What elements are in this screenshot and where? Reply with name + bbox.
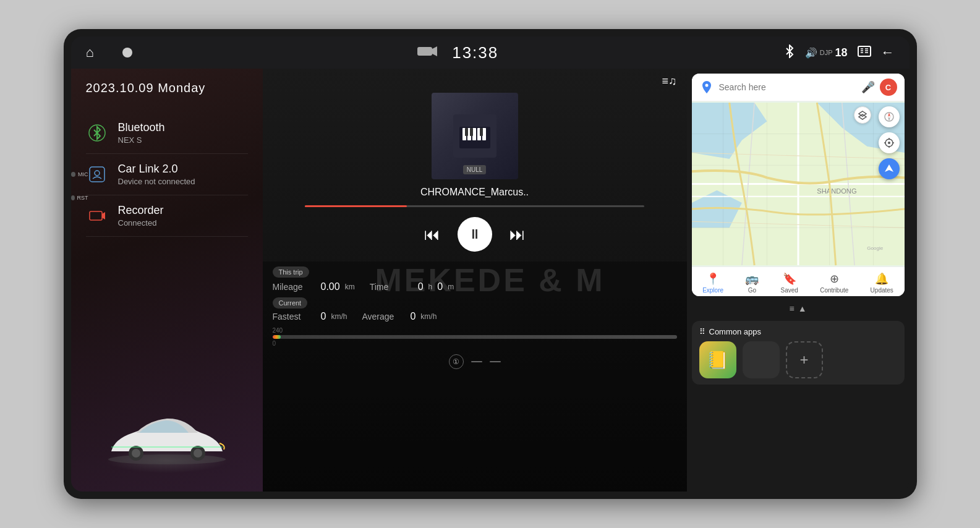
average-label: Average — [362, 312, 405, 321]
time-h-unit: h — [428, 283, 433, 291]
progress-bar[interactable] — [305, 205, 644, 207]
mileage-label: Mileage — [273, 282, 316, 292]
apps-grid: 📒 + — [699, 341, 897, 378]
trip-row-speed: Fastest 0 km/h Average 0 km/h — [273, 311, 677, 322]
date-display: 2023.10.09 Monday — [86, 81, 248, 95]
time-m-unit: m — [448, 283, 454, 291]
location-button[interactable] — [879, 132, 900, 153]
apps-widget: ⠿ Common apps 📒 + — [692, 321, 905, 385]
nav-contribute[interactable]: ⊕ Contribute — [820, 272, 848, 294]
volume-badge: 🔊 DJP 18 — [805, 46, 848, 59]
saved-icon: 🔖 — [783, 272, 796, 286]
svg-rect-0 — [417, 47, 432, 56]
nav-explore[interactable]: 📍 Explore — [702, 272, 723, 294]
trip-stats: This trip Mileage 0.00 km Time 0 h 0 m C… — [263, 262, 687, 492]
playlist-icon[interactable]: ≡♫ — [662, 75, 676, 88]
average-value: 0 — [410, 311, 415, 322]
notes-app-icon[interactable]: 📒 — [699, 341, 736, 378]
layers-button[interactable] — [854, 106, 871, 124]
rst-button[interactable]: RST — [71, 191, 88, 205]
null-badge: NULL — [463, 165, 487, 174]
speed-gauge: 240 0 — [273, 325, 677, 349]
status-right: 🔊 DJP 18 ← — [784, 45, 895, 61]
bluetooth-text: Bluetooth NEX S — [118, 121, 165, 145]
recorder-icon — [86, 205, 108, 227]
bluetooth-item[interactable]: Bluetooth NEX S — [86, 113, 248, 154]
prev-button[interactable]: ⏮ — [424, 225, 440, 244]
svg-rect-12 — [90, 211, 102, 220]
svg-text:Google: Google — [867, 245, 884, 251]
nav-saved[interactable]: 🔖 Saved — [781, 272, 798, 294]
footer-circle[interactable]: ① — [449, 354, 464, 369]
go-icon: 🚌 — [745, 272, 759, 286]
time-display: 13:38 — [452, 43, 498, 62]
map-search-input[interactable] — [719, 82, 856, 92]
song-title: CHROMANCE_Marcus.. — [420, 187, 529, 198]
svg-rect-27 — [465, 128, 468, 136]
collapse-icon: ≡ — [789, 304, 794, 313]
updates-icon: 🔔 — [875, 272, 888, 286]
navigate-button[interactable] — [879, 158, 900, 179]
time-m: 0 — [437, 281, 443, 292]
apps-grid-icon: ⠿ — [699, 327, 705, 336]
center-panel: ≡♫ — [263, 69, 687, 492]
back-icon[interactable]: ← — [881, 45, 895, 61]
time-label: Time — [370, 282, 413, 292]
collapse-bar[interactable]: ≡ ▲ — [692, 301, 905, 316]
map-container: SHANDONG Google — [692, 101, 905, 266]
fastest-label: Fastest — [273, 312, 316, 321]
svg-rect-29 — [480, 128, 483, 136]
svg-text:SHANDONG: SHANDONG — [817, 187, 856, 195]
camera-icon — [417, 45, 437, 61]
bluetooth-item-icon — [86, 122, 108, 144]
gauge-fill — [273, 335, 281, 339]
svg-marker-1 — [432, 46, 437, 56]
add-app-button[interactable]: + — [786, 341, 823, 378]
google-maps-logo — [699, 80, 714, 95]
album-art: NULL — [432, 93, 518, 179]
contribute-label: Contribute — [820, 287, 848, 294]
carlink-item[interactable]: Car Link 2.0 Device not connected — [86, 154, 248, 195]
volume-level: 18 — [835, 46, 847, 59]
user-avatar[interactable]: C — [880, 79, 897, 96]
map-area[interactable]: SHANDONG Google — [692, 101, 905, 266]
fastest-value: 0 — [321, 311, 326, 322]
gauge-max: 240 — [273, 327, 677, 334]
nav-updates[interactable]: 🔔 Updates — [871, 272, 893, 294]
home-icon[interactable]: ⌂ — [86, 45, 94, 61]
carlink-text: Car Link 2.0 Device not connected — [118, 163, 195, 186]
screen-icon[interactable] — [858, 46, 871, 60]
average-unit: km/h — [420, 312, 437, 321]
svg-marker-57 — [885, 164, 893, 172]
mic-button[interactable]: MIC — [71, 168, 88, 181]
contribute-icon: ⊕ — [830, 272, 839, 286]
layers-button-wrapper — [854, 106, 871, 124]
recorder-subtitle: Connected — [118, 218, 164, 228]
volume-icon: 🔊 — [805, 47, 817, 59]
map-mic-icon[interactable]: 🎤 — [861, 80, 875, 94]
recorder-item[interactable]: Recorder Connected — [86, 195, 248, 237]
bluetooth-title: Bluetooth — [118, 121, 165, 134]
map-controls — [879, 106, 900, 179]
map-search-bar: 🎤 C — [692, 74, 905, 101]
map-widget: 🎤 C — [692, 74, 905, 296]
gauge-min: 0 — [273, 340, 276, 347]
current-badge: Current — [273, 297, 308, 309]
svg-rect-28 — [470, 128, 473, 136]
next-button[interactable]: ⏭ — [509, 225, 526, 244]
go-label: Go — [748, 287, 756, 294]
status-left: ⌂ — [86, 45, 132, 61]
compass-button[interactable] — [879, 106, 900, 127]
bluetooth-subtitle: NEX S — [118, 135, 165, 145]
recorder-text: Recorder Connected — [118, 204, 164, 228]
explore-icon: 📍 — [706, 272, 720, 286]
car-svg — [99, 411, 235, 467]
nav-go[interactable]: 🚌 Go — [745, 272, 759, 294]
svg-point-16 — [132, 449, 140, 458]
music-controls: ⏮ ⏸ ⏭ — [424, 217, 526, 252]
pause-button[interactable]: ⏸ — [458, 217, 492, 252]
svg-point-30 — [705, 84, 708, 87]
fastest-unit: km/h — [331, 312, 347, 321]
gauge-labels: 0 — [273, 340, 677, 347]
svg-rect-10 — [90, 167, 104, 182]
